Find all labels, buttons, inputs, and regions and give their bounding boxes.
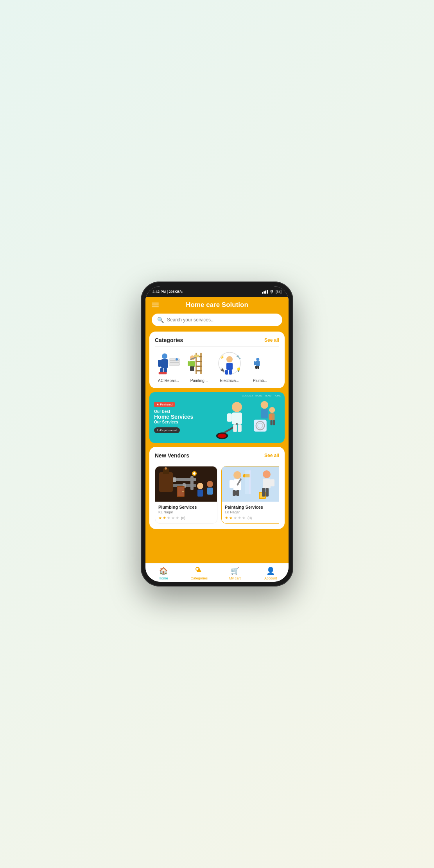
svg-rect-6 — [164, 368, 167, 373]
app-content: Home care Solution 🔍 Categories See all — [145, 297, 289, 582]
svg-rect-33 — [229, 370, 232, 375]
svg-rect-32 — [225, 370, 228, 375]
star-3: ★ — [167, 516, 170, 520]
banner-illustration — [210, 392, 285, 443]
svg-rect-19 — [190, 361, 195, 367]
home-label: Home — [159, 576, 168, 580]
vendor-card-plumbing[interactable]: Plumbing Services KL Nagar ★ ★ ★ ★ ★ (0) — [155, 466, 217, 524]
vendor-plumbing-reviews: (0) — [181, 516, 185, 520]
svg-text:💡: 💡 — [236, 367, 241, 372]
svg-point-68 — [197, 483, 203, 489]
categories-header: Categories See all — [155, 337, 279, 347]
svg-rect-83 — [236, 490, 239, 496]
wifi-icon — [269, 290, 274, 294]
vendor-painting-reviews: (0) — [247, 516, 252, 520]
ac-repair-icon — [155, 351, 182, 376]
signal-icon — [262, 290, 268, 294]
ac-icon-box — [155, 351, 182, 376]
svg-rect-48 — [261, 409, 268, 418]
main-scroll-area: Categories See all — [145, 332, 289, 563]
banner-badge: Featured — [154, 402, 175, 407]
svg-rect-92 — [265, 488, 269, 497]
vendors-header: New Vendors See all — [155, 452, 279, 462]
search-icon: 🔍 — [157, 317, 164, 323]
svg-rect-91 — [262, 488, 265, 497]
battery-icon: [64] — [276, 290, 282, 294]
account-label: Account — [264, 576, 277, 580]
categories-title: Categories — [155, 337, 183, 343]
star-2: ★ — [163, 516, 166, 520]
star-4: ★ — [171, 516, 175, 520]
cart-icon: 🛒 — [231, 567, 239, 575]
svg-rect-89 — [249, 470, 251, 494]
svg-rect-63 — [190, 476, 194, 490]
svg-point-10 — [176, 358, 178, 360]
home-icon: 🏠 — [159, 567, 168, 575]
header-top: Home care Solution — [152, 301, 282, 309]
svg-rect-3 — [158, 360, 161, 367]
svg-rect-71 — [207, 488, 213, 495]
vendor-painting-image — [222, 466, 279, 502]
plumbing-icon — [252, 351, 268, 376]
vendors-title: New Vendors — [155, 452, 189, 459]
banner-svg — [212, 392, 283, 443]
svg-rect-16 — [195, 366, 202, 367]
banner-subtitle: Our Services — [154, 420, 193, 424]
svg-rect-37 — [258, 361, 260, 365]
svg-rect-4 — [165, 360, 168, 367]
category-item-plumbing[interactable]: Plumb... — [246, 351, 274, 383]
p-star-2: ★ — [229, 516, 233, 520]
category-item-ac[interactable]: AC Repair... — [155, 351, 182, 383]
vendors-card: New Vendors See all — [149, 447, 285, 529]
star-5: ★ — [176, 516, 179, 520]
p-star-4: ★ — [238, 516, 241, 520]
nav-item-home[interactable]: 🏠 Home — [145, 567, 181, 580]
svg-text:🔌: 🔌 — [220, 367, 225, 372]
svg-point-44 — [218, 434, 226, 438]
svg-point-77 — [233, 471, 241, 479]
banner-title-large: Home Services — [154, 414, 193, 420]
category-item-painting[interactable]: Painting... — [185, 351, 213, 383]
svg-rect-64 — [173, 477, 176, 482]
ac-repair-label: AC Repair... — [158, 378, 179, 383]
svg-point-0 — [271, 292, 272, 293]
bottom-nav: 🏠 Home Categories 🛒 My cart — [145, 563, 289, 582]
nav-item-categories[interactable]: Categories — [181, 567, 217, 580]
painting-icon — [185, 351, 213, 376]
svg-text:⚡: ⚡ — [220, 355, 225, 360]
plumbing-label: Plumb... — [253, 378, 267, 383]
vendors-see-all[interactable]: See all — [264, 453, 279, 458]
categories-nav-label: Categories — [190, 576, 208, 580]
electrician-label: Electricia... — [220, 378, 239, 383]
svg-rect-41 — [232, 412, 242, 424]
svg-rect-82 — [233, 490, 236, 496]
vendor-painting-stars: ★ ★ ★ ★ ★ (0) — [225, 516, 279, 520]
nav-item-cart[interactable]: 🛒 My cart — [217, 567, 253, 580]
plumbing-vendor-illustration — [155, 466, 217, 502]
phone-screen: 4:42 PM | 295KB/s [64] — [145, 286, 289, 582]
star-1: ★ — [158, 516, 162, 520]
painting-vendor-illustration — [222, 466, 279, 502]
svg-rect-46 — [238, 424, 242, 432]
plumbing-icon-box — [252, 351, 268, 376]
banner-cta-button[interactable]: Let's get started — [154, 427, 180, 433]
hamburger-menu[interactable] — [152, 303, 159, 307]
vendor-card-painting[interactable]: Paintaing Services LK Nagar ★ ★ ★ ★ ★ (0… — [221, 466, 279, 524]
svg-point-60 — [165, 467, 167, 470]
painting-icon-box — [185, 351, 213, 376]
phone-frame: 4:42 PM | 295KB/s [64] — [141, 282, 293, 586]
vendor-painting-location: LK Nagar — [225, 510, 279, 514]
vendor-plumbing-stars: ★ ★ ★ ★ ★ (0) — [158, 516, 214, 520]
search-bar[interactable]: 🔍 — [152, 314, 282, 326]
electrician-icon-box: ⚡ 🔧 🔌 💡 — [216, 351, 243, 376]
category-item-electrician[interactable]: ⚡ 🔧 🔌 💡 Electricia... — [216, 351, 243, 383]
search-input[interactable] — [167, 317, 277, 323]
cart-label: My cart — [229, 576, 241, 580]
nav-item-account[interactable]: 👤 Account — [253, 567, 289, 580]
app-header: Home care Solution 🔍 — [145, 297, 289, 332]
categories-see-all[interactable]: See all — [264, 337, 279, 343]
vendor-plumbing-location: KL Nagar — [158, 510, 214, 514]
svg-rect-39 — [257, 366, 259, 369]
svg-point-1 — [162, 353, 167, 359]
banner-title-small: Our best — [154, 409, 193, 414]
